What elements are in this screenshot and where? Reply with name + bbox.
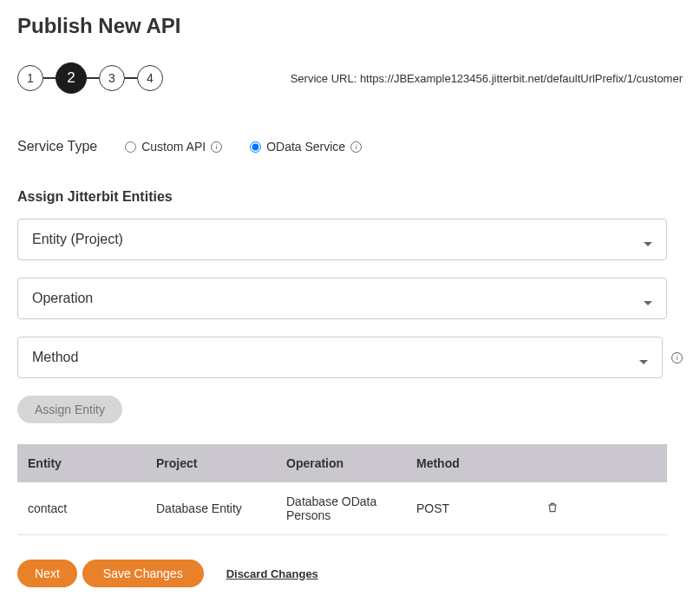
radio-odata-service[interactable]: OData Service i xyxy=(250,140,362,154)
th-method: Method xyxy=(408,444,538,482)
step-2[interactable]: 2 xyxy=(56,62,87,94)
radio-custom-api[interactable]: Custom API i xyxy=(125,140,222,154)
step-3[interactable]: 3 xyxy=(99,65,125,91)
service-url-value: https://JBExample123456.jitterbit.net/de… xyxy=(360,72,683,85)
th-action xyxy=(538,444,667,482)
service-url-label: Service URL: xyxy=(291,72,357,85)
entity-table: Entity Project Operation Method contact … xyxy=(17,444,667,535)
service-type-row: Service Type Custom API i OData Service … xyxy=(17,139,683,154)
table-row: contact Database Entity Database OData P… xyxy=(17,482,667,535)
th-project: Project xyxy=(147,444,278,482)
method-dropdown-row: Method i xyxy=(17,337,683,378)
header-row: 1 2 3 4 Service URL: https://JBExample12… xyxy=(17,62,683,94)
td-action xyxy=(538,482,667,535)
entity-dropdown[interactable]: Entity (Project) xyxy=(17,219,667,260)
radio-custom-api-input[interactable] xyxy=(125,141,136,153)
entity-dropdown-label: Entity (Project) xyxy=(32,232,123,247)
info-icon[interactable]: i xyxy=(211,141,222,153)
service-url: Service URL: https://JBExample123456.jit… xyxy=(291,72,683,85)
chevron-down-icon xyxy=(644,235,652,244)
radio-odata-service-input[interactable] xyxy=(250,141,261,153)
td-operation: Database OData Persons xyxy=(278,482,408,535)
assign-entity-button[interactable]: Assign Entity xyxy=(17,396,122,423)
action-row: Next Save Changes Discard Changes xyxy=(17,560,683,587)
radio-custom-api-label: Custom API xyxy=(141,140,206,154)
service-type-label: Service Type xyxy=(17,139,97,154)
step-4[interactable]: 4 xyxy=(137,65,163,91)
th-entity: Entity xyxy=(17,444,147,482)
td-project: Database Entity xyxy=(147,482,278,535)
save-changes-button[interactable]: Save Changes xyxy=(82,560,204,587)
discard-changes-link[interactable]: Discard Changes xyxy=(226,567,318,580)
step-line xyxy=(43,77,56,79)
method-dropdown[interactable]: Method xyxy=(17,337,663,378)
trash-icon[interactable] xyxy=(546,501,559,514)
info-icon[interactable]: i xyxy=(671,352,683,363)
step-line xyxy=(87,77,99,79)
assign-entities-label: Assign Jitterbit Entities xyxy=(17,189,683,205)
td-method: POST xyxy=(408,482,538,535)
page-title: Publish New API xyxy=(17,14,683,38)
info-icon[interactable]: i xyxy=(350,141,362,153)
table-header-row: Entity Project Operation Method xyxy=(17,444,667,482)
method-dropdown-label: Method xyxy=(32,350,78,365)
step-1[interactable]: 1 xyxy=(17,65,43,91)
radio-group: Custom API i OData Service i xyxy=(125,140,362,154)
next-button[interactable]: Next xyxy=(17,560,77,587)
operation-dropdown[interactable]: Operation xyxy=(17,278,667,319)
step-line xyxy=(125,77,137,79)
stepper: 1 2 3 4 xyxy=(17,62,163,94)
chevron-down-icon xyxy=(639,353,648,362)
th-operation: Operation xyxy=(278,444,408,482)
radio-odata-service-label: OData Service xyxy=(266,140,345,154)
td-entity: contact xyxy=(17,482,147,535)
operation-dropdown-label: Operation xyxy=(32,291,93,306)
chevron-down-icon xyxy=(644,294,652,303)
